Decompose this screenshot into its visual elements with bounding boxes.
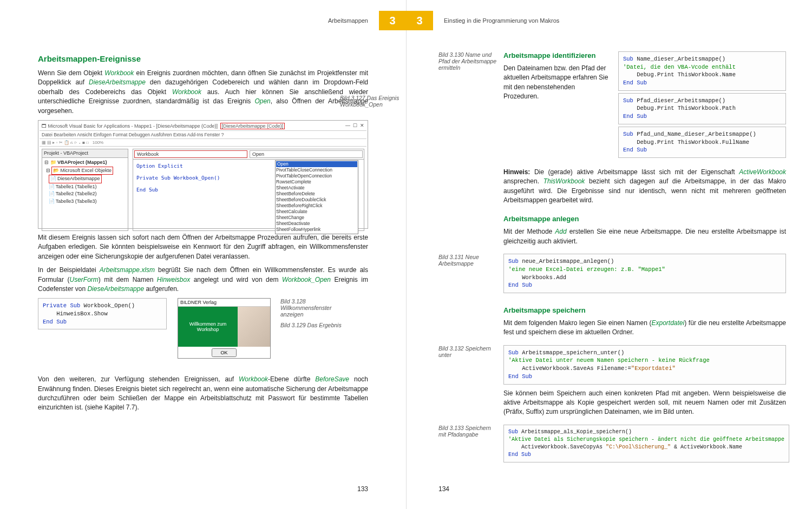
para-hint: Hinweis: Die (gerade) aktive Arbeitsmapp…: [503, 168, 786, 206]
welcome-titlebar: BILDNER Verlag: [178, 299, 270, 307]
tree-item-highlight: 📄 DieseArbeitsmappe: [49, 175, 102, 183]
page-number-right: 134: [438, 485, 449, 493]
term-open: Open: [254, 97, 270, 105]
caption-3-132: Bild 3.132 Speichern unter: [438, 345, 503, 421]
figure-welcome-dialog: BILDNER Verlag Willkommen zum Workshop O…: [178, 298, 271, 359]
chapter-number: 3: [406, 11, 433, 30]
caption-3-131: Bild 3.131 Neue Arbeitsmappe: [438, 254, 503, 293]
tree-folder-highlight: 📂 Microsoft Excel Objekte: [51, 167, 113, 175]
para-1: Wenn Sie dem Objekt Workbook ein Ereigni…: [38, 69, 368, 116]
code-welcome: Private Sub Workbook_Open() HinweisBox.S…: [38, 298, 167, 329]
left-page: Arbeitsmappen 3 Arbeitsmappen-Ereignisse…: [0, 0, 406, 509]
code-saveas: Sub Arbeitsmappe_speichern_unter() 'Akti…: [503, 345, 786, 385]
ok-button[interactable]: OK: [212, 348, 236, 357]
heading-save: Arbeitsmappe speichern: [503, 306, 786, 314]
term-activeworkbook: ActiveWorkbook: [739, 168, 786, 176]
header-right-title: Einstieg in die Programmierung von Makro…: [433, 17, 570, 24]
page-spread: Arbeitsmappen 3 Arbeitsmappen-Ereignisse…: [0, 0, 812, 509]
ide-window-title: 🗔 Microsoft Visual Basic for Application…: [40, 122, 366, 131]
event-dropdown: Open: [250, 150, 363, 158]
object-dropdown: Workbook: [134, 150, 247, 158]
hint-label: Hinweis:: [503, 168, 530, 176]
header-left-title: Arbeitsmappen: [317, 17, 379, 24]
chapter-number: 3: [379, 11, 406, 30]
ide-title-highlight: [DieseArbeitsmappe (Code)]: [220, 123, 285, 129]
right-page: 3 Einstieg in die Programmierung von Mak…: [406, 0, 812, 509]
code-name: Sub Name_dieser_Arbeitsmappe() 'Datei, d…: [618, 51, 786, 91]
figure-vba-ide: 🗔 Microsoft Visual Basic for Application…: [38, 120, 368, 229]
event-list-dropdown: Open PivotTableCloseConnection PivotTabl…: [275, 160, 358, 234]
para-r4: Sie können beim Speichern auch einen kon…: [503, 389, 786, 417]
caption-3-127: Bild 3.127 Das Ereignis Workbook_Open: [340, 95, 410, 108]
term-workbook: Workbook: [104, 69, 134, 77]
header-right: 3 Einstieg in die Programmierung von Mak…: [406, 11, 570, 30]
caption-3-133: Bild 3.133 Speichern mit Pfadangabe: [438, 425, 503, 462]
header-left: Arbeitsmappen 3: [317, 11, 406, 30]
project-explorer: Projekt - VBAProject ⊟ 📁 VBAProject (Map…: [42, 149, 128, 231]
para-2: Mit diesem Ereignis lassen sich sofort n…: [38, 233, 368, 261]
welcome-message: Willkommen zum Workshop: [178, 307, 238, 347]
code-add: Sub neue_Arbeitsmappe_anlegen() 'eine ne…: [503, 254, 786, 293]
term-add: Add: [555, 228, 566, 235]
code-pane: Workbook Open Option Explicit Private Su…: [133, 149, 364, 231]
term-beforesave: BeforeSave: [315, 375, 349, 383]
para-4: Von den weiteren, zur Verfügung stehende…: [38, 375, 368, 413]
para-r2: Mit der Methode Add erstellen Sie eine n…: [503, 227, 786, 246]
heading-create: Arbeitsmappe anlegen: [503, 215, 786, 223]
heading-events: Arbeitsmappen-Ereignisse: [38, 54, 368, 63]
code-savecopy: Sub Arbeitsmappe_als_Kopie_speichern() '…: [503, 425, 789, 462]
para-r1: Den Dateinamen bzw. den Pfad der aktuell…: [503, 64, 612, 102]
caption-3-129: Bild 3.129 Das Ergebnis: [280, 322, 351, 328]
para-r3: Mit dem folgenden Makro legen Sie einen …: [503, 319, 786, 338]
welcome-photo: [238, 307, 270, 347]
ide-toolbar: ▦ ▤ ▸ ◦ ✂ 📋 ⎌ ⟳ ▸ ◼ ◻ 100%: [40, 139, 366, 147]
caption-3-128: Bild 3.128 Willkommensfenster anzeigen: [280, 298, 351, 318]
term-exportdatei: Exportdatei: [652, 319, 685, 327]
caption-3-130: Bild 3.130 Name und Pfad der Arbeitsmapp…: [438, 51, 503, 160]
ide-menubar: Datei Bearbeiten Ansicht Einfügen Format…: [40, 131, 366, 139]
heading-identify: Arbeitsmappe identifizieren: [503, 51, 612, 60]
term-file: Arbeitsmappe.xlsm: [100, 266, 155, 274]
code-fullname: Sub Pfad_und_Name_dieser_Arbeitsmappe() …: [618, 127, 786, 158]
term-thisworkbook: ThisWorkbook: [543, 177, 585, 185]
para-3: In der Beispieldatei Arbeitsmappe.xlsm b…: [38, 266, 368, 294]
code-path: Sub Pfad_dieser_Arbeitsmappe() Debug.Pri…: [618, 93, 786, 124]
term-diesearbeitsmappe: DieseArbeitsmappe: [89, 78, 146, 86]
page-number-left: 133: [357, 485, 368, 493]
